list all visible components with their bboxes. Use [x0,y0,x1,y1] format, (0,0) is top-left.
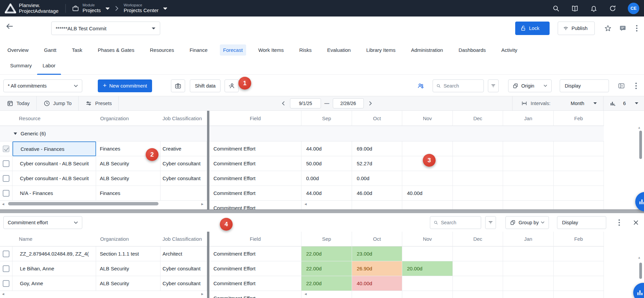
cell-month-value[interactable]: 52.27d [352,156,402,171]
cell-month-value[interactable]: 22.00d [301,261,352,276]
team-settings-icon[interactable] [417,82,425,90]
favorite-star-icon[interactable] [604,25,612,32]
assignments-filter-button[interactable] [485,216,496,229]
cell-organization[interactable]: Finances [96,186,160,201]
documentation-icon[interactable] [571,5,579,12]
cell-field[interactable]: Commitment Effort [209,141,301,156]
group-by-select[interactable]: Group by [505,216,549,229]
toolbar-kebab-menu-icon[interactable] [633,82,639,90]
cell-month-value[interactable] [554,186,604,201]
close-panel-icon[interactable] [633,219,639,226]
tab-forecast[interactable]: Forecast [220,44,246,56]
tab-finance[interactable]: Finance [186,44,211,56]
tab-task[interactable]: Task [68,44,86,56]
cell-month-value[interactable] [554,171,604,186]
cell-month-value[interactable] [503,171,554,186]
cell-month-value[interactable]: 22.00d [301,246,352,261]
commitments-filter-select[interactable]: * All commitments [3,79,82,92]
cell-month-value[interactable] [402,276,453,291]
cell-job-classification[interactable]: Architect [160,246,207,261]
workspace-selector[interactable]: Workspace Projects Center [124,3,167,13]
hscroll-left-arrow-icon[interactable]: ◂ [2,292,4,296]
comments-icon[interactable] [619,25,626,32]
tab-evaluation[interactable]: Evaluation [324,44,354,56]
refresh-icon[interactable] [609,5,616,12]
cell-month-value[interactable] [453,291,503,298]
subtab-labor[interactable]: Labor [37,60,61,75]
project-title-select[interactable]: ******ALB Test Commit [51,22,160,35]
cell-field[interactable]: Commitment Effort [209,246,301,261]
back-arrow-icon[interactable] [5,22,14,31]
row-checkbox[interactable] [3,145,9,152]
cell-month-value[interactable]: 23.00d [352,246,402,261]
cell-month-value[interactable]: 40.00d [352,276,402,291]
notifications-icon[interactable] [590,5,597,12]
scroll-up-arrow-icon[interactable]: ▴ [638,125,640,130]
hscroll-left-arrow-icon[interactable]: ◂ [304,292,307,296]
cell-month-value[interactable]: 0.00d [301,171,352,186]
cell-month-value[interactable] [453,171,503,186]
grid-pane-splitter[interactable] [207,232,209,298]
cell-field[interactable]: Commitment Effort [209,276,301,291]
cell-month-value[interactable] [453,246,503,261]
shift-data-button[interactable]: Shift data [190,79,221,92]
cell-name[interactable]: ZZ_2.879464.02484.89, ZZ_4( [12,246,96,261]
row-checkbox[interactable] [3,251,9,257]
cell-organization[interactable]: ALB Security [96,261,160,276]
cell-month-value[interactable] [554,291,604,298]
search-icon[interactable] [552,5,560,12]
publish-button[interactable]: Publish [558,22,595,35]
cell-organization[interactable]: Section 1.1.1 test [96,246,160,261]
cell-job-classification[interactable]: Creative [160,141,207,156]
cell-field[interactable]: Commitment Effort [209,171,301,186]
snapshot-button[interactable] [171,79,185,92]
cell-month-value[interactable] [554,276,604,291]
cell-name[interactable]: N/A - Finances [12,186,96,201]
today-button[interactable]: Today [0,96,37,110]
cell-field-partial[interactable]: Commitment Effort [209,291,301,298]
cell-month-value[interactable] [402,171,453,186]
row-checkbox[interactable] [3,175,9,182]
cell-field[interactable]: Commitment Effort [209,261,301,276]
grid-pane-splitter[interactable] [207,111,209,209]
cell-month-value[interactable] [554,141,604,156]
cell-month-value[interactable]: 40.00d [402,186,453,201]
tab-phases-gates[interactable]: Phases & Gates [94,44,138,56]
tab-library-items[interactable]: Library Items [363,44,399,56]
cell-month-value[interactable] [503,186,554,201]
assignments-kebab-menu-icon[interactable] [616,219,622,226]
cell-month-value[interactable] [503,141,554,156]
cell-month-value[interactable] [503,291,554,298]
tab-overview[interactable]: Overview [4,44,32,56]
assignments-display-button[interactable]: Display [557,216,606,229]
cell-job-classification[interactable]: Cyber consultant [160,276,207,291]
cell-month-value[interactable] [503,276,554,291]
tab-work-items[interactable]: Work Items [255,44,287,56]
cell-month-value[interactable] [554,156,604,171]
cell-month-value[interactable] [554,246,604,261]
cell-month-value[interactable] [301,201,352,209]
panel-toggle-icon[interactable] [618,82,625,90]
next-period-chevron-icon[interactable] [367,100,373,106]
cell-month-value[interactable] [503,261,554,276]
cell-month-value[interactable] [402,201,453,209]
bottom-grid-vertical-scrollbar[interactable] [639,263,642,279]
cell-month-value[interactable]: 44.00d [301,141,352,156]
cell-month-value[interactable] [503,201,554,209]
cell-month-value[interactable]: 46.00d [352,186,402,201]
cell-job-classification[interactable]: Cyber consultant [160,261,207,276]
top-grid-vertical-scrollbar[interactable] [639,131,642,159]
cell-month-value[interactable] [554,261,604,276]
cell-month-value[interactable]: 44.00d [301,186,352,201]
cell-month-value[interactable] [352,201,402,209]
horizontal-scrollbar-thumb[interactable] [8,202,158,205]
cell-month-value[interactable] [352,291,402,298]
subtab-summary[interactable]: Summary [5,60,37,75]
panel-splitter[interactable] [0,209,644,213]
cell-name[interactable]: Goy, Anne [12,276,96,291]
module-selector[interactable]: Module Projects [72,3,110,13]
assign-resource-button[interactable] [225,79,239,92]
cell-name[interactable]: Cyber consultant - ALB Securit [12,171,96,186]
lock-button[interactable]: Lock [515,22,550,35]
cell-month-value[interactable] [503,156,554,171]
